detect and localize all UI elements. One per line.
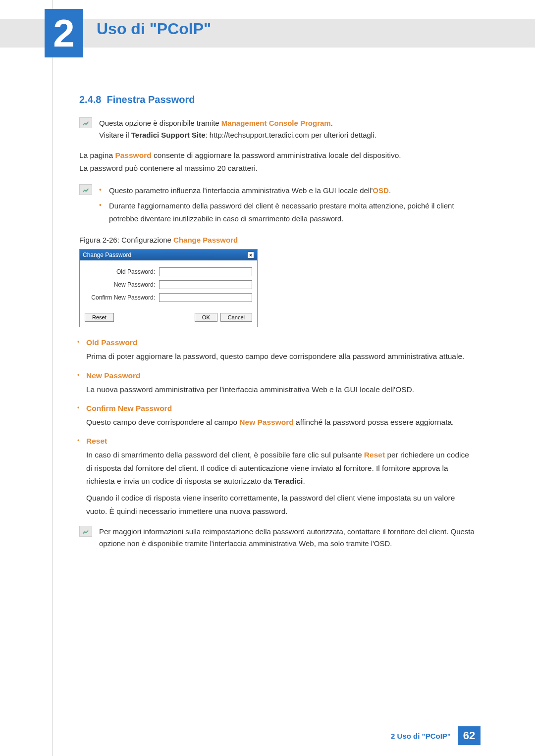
page-content: 2.4.8 Finestra Password Questa opzione è… [79, 94, 476, 557]
dialog-body: Old Password: New Password: Confirm New … [80, 260, 257, 309]
field-desc: Prima di poter aggiornare la password, q… [86, 350, 476, 363]
reset-button[interactable]: Reset [85, 313, 114, 322]
field-reset: Reset In caso di smarrimento della passw… [86, 437, 476, 518]
section-heading: 2.4.8 Finestra Password [79, 94, 476, 105]
page-footer: 2 Uso di "PCoIP" 62 [391, 726, 481, 745]
close-icon[interactable]: × [247, 252, 254, 258]
button-group: OK Cancel [195, 313, 252, 322]
info-note-1: Questa opzione è disponibile tramite Man… [79, 117, 476, 141]
form-row-old: Old Password: [85, 267, 252, 276]
footer-chapter-text: 2 Uso di "PCoIP" [391, 732, 458, 740]
dialog-buttons: Reset OK Cancel [80, 309, 257, 327]
highlight: OSD [373, 186, 389, 195]
section-number: 2.4.8 [79, 94, 101, 105]
form-row-new: New Password: [85, 280, 252, 289]
info-note-3: Per maggiori informazioni sulla reimpost… [79, 526, 476, 550]
new-password-input[interactable] [159, 280, 252, 289]
text: In caso di smarrimento della password de… [86, 451, 364, 459]
note-icon [79, 184, 92, 195]
note-icon [79, 117, 92, 128]
confirm-password-input[interactable] [159, 293, 252, 302]
field-title: Old Password [86, 338, 476, 347]
highlight: Change Password [173, 236, 238, 244]
footer-page-number: 62 [458, 726, 481, 745]
confirm-password-label: Confirm New Password: [85, 294, 159, 301]
cancel-button[interactable]: Cancel [220, 313, 252, 322]
highlight: Password [115, 151, 151, 159]
text: La password può contenere al massimo 20 … [79, 164, 258, 172]
chapter-number-block: 2 [45, 9, 83, 57]
text: Visitare il [99, 131, 131, 139]
section-title: Finestra Password [107, 94, 195, 105]
dialog-title-text: Change Password [83, 252, 131, 258]
text: Questo campo deve corrispondere al campo [86, 418, 239, 426]
text: . [303, 477, 305, 485]
text: : http://techsupport.teradici.com per ul… [206, 131, 376, 139]
text: . [331, 119, 333, 127]
highlight: Management Console Program [221, 119, 331, 127]
field-definitions: Old Password Prima di poter aggiornare l… [79, 338, 476, 518]
text: Questo parametro influenza l'interfaccia… [109, 186, 373, 195]
dialog-titlebar: Change Password × [80, 250, 257, 260]
old-password-input[interactable] [159, 267, 252, 276]
chapter-number: 2 [53, 11, 74, 56]
info-note-2: Questo parametro influenza l'interfaccia… [79, 184, 476, 228]
text: consente di aggiornare la password ammin… [152, 151, 401, 159]
note-text: Questa opzione è disponibile tramite Man… [99, 117, 376, 141]
new-password-label: New Password: [85, 281, 159, 288]
field-new-password: New Password La nuova password amministr… [86, 371, 476, 396]
text: Figura 2-26: Configurazione [79, 236, 173, 244]
form-row-confirm: Confirm New Password: [85, 293, 252, 302]
chapter-title: Uso di "PCoIP" [97, 20, 211, 38]
field-desc: La nuova password amministrativa per l'i… [86, 383, 476, 396]
text: . [389, 186, 391, 195]
bold-text: Teradici [274, 477, 303, 485]
field-desc: Quando il codice di risposta viene inser… [86, 492, 476, 518]
highlight: Reset [364, 451, 385, 459]
change-password-dialog: Change Password × Old Password: New Pass… [79, 249, 258, 327]
text: affinché la password possa essere aggior… [294, 418, 454, 426]
ok-button[interactable]: OK [195, 313, 217, 322]
field-desc: In caso di smarrimento della password de… [86, 449, 476, 488]
field-confirm-password: Confirm New Password Questo campo deve c… [86, 404, 476, 429]
text: La pagina [79, 151, 115, 159]
left-margin-rule [52, 0, 53, 756]
highlight: New Password [239, 418, 293, 426]
note-bullet-list: Questo parametro influenza l'interfaccia… [99, 184, 476, 228]
note-icon [79, 526, 92, 537]
note-text: Per maggiori informazioni sulla reimpost… [99, 526, 476, 550]
bold-text: Teradici Support Site [131, 131, 206, 139]
text: Questa opzione è disponibile tramite [99, 119, 221, 127]
field-title: New Password [86, 371, 476, 380]
figure-caption: Figura 2-26: Configurazione Change Passw… [79, 236, 476, 244]
field-title: Confirm New Password [86, 404, 476, 413]
list-item: Questo parametro influenza l'interfaccia… [109, 184, 476, 197]
field-old-password: Old Password Prima di poter aggiornare l… [86, 338, 476, 363]
list-item: Durante l'aggiornamento della password d… [109, 200, 476, 225]
field-title: Reset [86, 437, 476, 446]
field-desc: Questo campo deve corrispondere al campo… [86, 416, 476, 429]
paragraph: La pagina Password consente di aggiornar… [79, 149, 476, 175]
old-password-label: Old Password: [85, 268, 159, 275]
